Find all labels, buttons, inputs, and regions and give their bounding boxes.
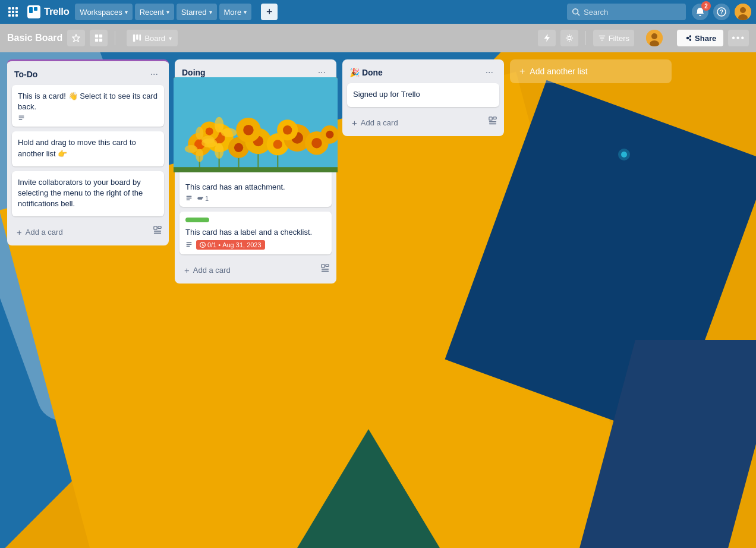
card-5-due-date-badge: 0/1 • Aug 31, 2023 [196, 240, 265, 250]
help-icon: ? [717, 7, 726, 17]
svg-point-81 [201, 138, 217, 147]
card-5-text: This card has a label and a checklist. [185, 227, 326, 238]
more-menu-button[interactable]: More ▾ [219, 4, 252, 20]
card-template-button-done[interactable] [486, 114, 499, 129]
svg-point-14 [740, 7, 746, 13]
add-card-row-doing: + Add a card [179, 259, 332, 279]
card-3[interactable]: Invite collaborators to your board by se… [12, 171, 164, 217]
share-button[interactable]: Share [677, 30, 723, 46]
workspaces-chevron-icon: ▾ [125, 9, 128, 15]
card-4-attachment-icon: 1 [196, 195, 209, 202]
card-5[interactable]: This card has a label and a checklist. [179, 212, 332, 254]
add-list-button[interactable]: + Add another list [510, 59, 672, 83]
recent-chevron-icon: ▾ [166, 9, 169, 15]
share-icon [684, 34, 691, 42]
svg-point-75 [196, 149, 203, 162]
svg-line-34 [689, 37, 690, 37]
svg-point-55 [273, 140, 282, 149]
workspaces-menu-button[interactable]: Workspaces ▾ [75, 4, 132, 20]
avatar-image [735, 4, 751, 20]
power-ups-button[interactable] [538, 30, 556, 46]
plus-icon: + [17, 227, 22, 237]
star-icon [72, 34, 80, 42]
filters-button[interactable]: Filters [593, 30, 634, 46]
svg-rect-98 [489, 124, 496, 125]
svg-point-61 [206, 127, 213, 135]
svg-point-24 [568, 36, 571, 39]
board-view-button[interactable]: Board ▾ [127, 30, 178, 46]
board-title[interactable]: Basic Board [7, 33, 62, 43]
card-2[interactable]: Hold and drag to move this card to anoth… [12, 131, 164, 166]
svg-point-77 [185, 145, 198, 153]
card-6[interactable]: Signed up for Trello [347, 83, 499, 107]
svg-rect-20 [99, 39, 102, 42]
svg-rect-86 [187, 244, 192, 245]
star-button[interactable] [67, 30, 85, 46]
create-button[interactable]: + [261, 4, 278, 20]
card-template-button-doing[interactable] [319, 262, 332, 276]
plus-icon: + [184, 265, 190, 275]
trello-wordmark: Trello [44, 6, 69, 18]
card-template-button-todo[interactable] [151, 223, 164, 238]
trello-logo[interactable]: Trello [24, 5, 73, 18]
add-card-button-done[interactable]: + Add a card [347, 114, 486, 131]
notifications-button[interactable]: 2 [692, 4, 708, 20]
card-4[interactable]: This card has an attachment. [179, 77, 332, 207]
card-3-text: Invite collaborators to your board by se… [18, 177, 158, 210]
more-chevron-icon: ▾ [244, 9, 247, 15]
grid-icon-button[interactable] [5, 4, 21, 20]
board-view-icon [133, 34, 141, 42]
filter-icon [598, 34, 606, 42]
svg-rect-17 [95, 34, 98, 37]
search-input[interactable] [567, 4, 686, 20]
add-card-button-todo[interactable]: + Add a card [12, 223, 151, 241]
template-icon [321, 264, 329, 272]
add-card-button-doing[interactable]: + Add a card [179, 262, 319, 279]
list-todo-header: To-Do ··· [12, 66, 164, 85]
top-navigation: Trello Workspaces ▾ Recent ▾ Starred ▾ M… [0, 0, 756, 24]
ellipsis-icon: ••• [732, 33, 745, 43]
card-4-text: This card has an attachment. [185, 182, 326, 193]
card-2-text: Hold and drag to move this card to anoth… [18, 137, 158, 159]
list-doing-menu-button[interactable]: ··· [314, 67, 329, 78]
card-4-attachment-count: 1 [205, 195, 209, 202]
svg-text:?: ? [720, 9, 723, 15]
card-1-text: This is a card! 👋 Select it to see its c… [18, 91, 158, 112]
svg-rect-3 [8, 11, 11, 13]
recent-menu-button[interactable]: Recent ▾ [135, 4, 174, 20]
svg-rect-95 [489, 117, 492, 120]
svg-line-90 [203, 245, 204, 246]
workspace-button[interactable] [90, 30, 108, 46]
trello-icon [27, 5, 40, 18]
add-card-row-done: + Add a card [347, 112, 499, 131]
help-button[interactable]: ? [713, 4, 730, 20]
svg-rect-23 [140, 34, 141, 41]
svg-rect-91 [322, 264, 325, 267]
board-member-avatar[interactable] [646, 30, 663, 46]
user-avatar[interactable] [735, 4, 751, 20]
card-5-description-icon [185, 241, 193, 248]
svg-rect-19 [95, 39, 98, 42]
svg-rect-87 [187, 246, 190, 247]
svg-rect-44 [154, 233, 161, 234]
svg-rect-85 [187, 242, 192, 244]
svg-rect-94 [322, 271, 329, 272]
list-done-menu-button[interactable]: ··· [482, 67, 497, 78]
svg-rect-4 [12, 11, 14, 13]
list-todo-menu-button[interactable]: ··· [147, 68, 162, 80]
card-1-description-icon [18, 115, 25, 122]
starred-menu-button[interactable]: Starred ▾ [177, 4, 217, 20]
svg-point-37 [621, 152, 627, 158]
automation-icon [565, 34, 574, 42]
list-doing-title: Doing [182, 68, 314, 77]
svg-point-59 [311, 138, 322, 149]
bg-teal-triangle [297, 429, 440, 548]
automation-button[interactable] [560, 30, 578, 46]
list-done: 🎉 Done ··· Signed up for Trello + Add a … [342, 59, 504, 136]
card-4-icons: 1 [185, 195, 326, 202]
card-1[interactable]: This is a card! 👋 Select it to see its c… [12, 85, 164, 127]
list-done-title: 🎉 Done [349, 68, 482, 77]
svg-point-74 [196, 127, 203, 140]
more-options-button[interactable]: ••• [728, 30, 749, 46]
card-4-description-icon [185, 195, 193, 202]
